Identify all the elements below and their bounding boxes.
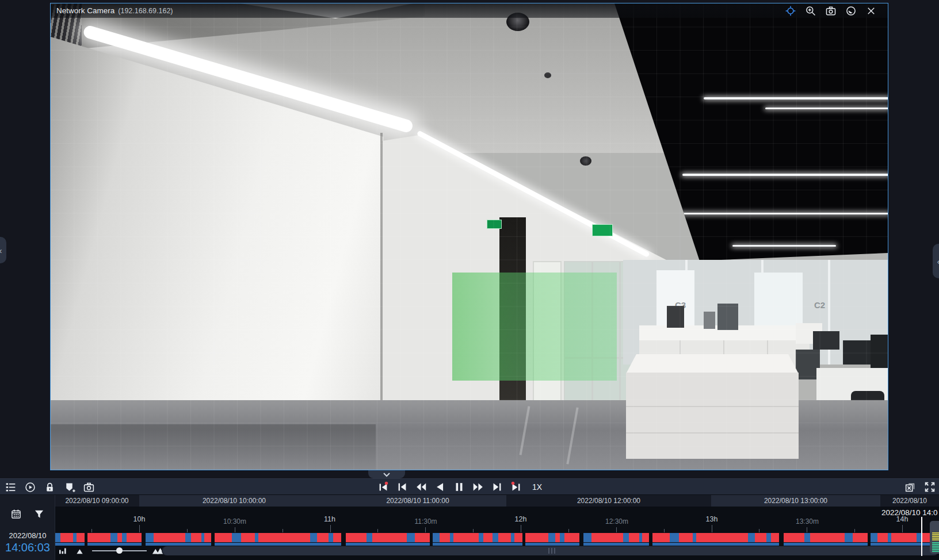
zoom-in-icon[interactable] — [804, 5, 817, 17]
continuous-recording-segment[interactable] — [548, 533, 555, 542]
continuous-recording-segment[interactable] — [433, 533, 440, 542]
motion-recording-segment[interactable] — [117, 533, 122, 542]
calendar-icon[interactable] — [10, 508, 22, 520]
instant-playback-icon[interactable] — [24, 481, 36, 493]
continuous-recording-segment[interactable] — [493, 533, 498, 542]
motion-recording-segment[interactable] — [514, 533, 522, 542]
motion-recording-segment[interactable] — [241, 533, 255, 542]
fullscreen-icon[interactable] — [923, 481, 936, 493]
continuous-recording-segment[interactable] — [560, 533, 564, 542]
motion-recording-segment[interactable] — [317, 533, 329, 542]
fisheye-icon[interactable] — [845, 5, 857, 17]
scrollbar-thumb[interactable] — [163, 546, 938, 555]
motion-recording-segment[interactable] — [810, 533, 845, 542]
close-icon[interactable] — [865, 5, 877, 17]
motion-recording-segment[interactable] — [191, 533, 201, 542]
motion-recording-segment[interactable] — [642, 533, 649, 542]
slider-knob[interactable] — [116, 547, 123, 554]
add-tag-icon[interactable] — [63, 481, 75, 493]
motion-recording-segment[interactable] — [127, 533, 142, 542]
continuous-recording-segment[interactable] — [310, 533, 317, 542]
motion-recording-segment[interactable] — [333, 533, 341, 542]
motion-recording-segment[interactable] — [453, 533, 479, 542]
lock-icon[interactable] — [43, 481, 56, 493]
timeline-hour-segment[interactable]: 2022/08/10 10:00:00 — [139, 495, 329, 507]
filter-icon[interactable] — [33, 508, 45, 520]
next-event-icon[interactable] — [510, 481, 522, 493]
motion-recording-segment[interactable] — [87, 533, 110, 542]
timeline-hour-segment[interactable]: 2022/08/10 12:00:00 — [506, 495, 711, 507]
motion-recording-segment[interactable] — [696, 533, 748, 542]
motion-recording-segment[interactable] — [372, 533, 407, 542]
snapshot-icon[interactable] — [82, 481, 95, 493]
motion-recording-segment[interactable] — [346, 533, 367, 542]
continuous-recording-segment[interactable] — [110, 533, 117, 542]
close-all-icon[interactable] — [904, 481, 917, 493]
playback-speed[interactable]: 1X — [532, 482, 542, 492]
fast-forward-icon[interactable] — [472, 481, 484, 493]
recording-track[interactable] — [55, 533, 939, 546]
right-panel-toggle[interactable]: ‹ — [933, 244, 939, 278]
continuous-recording-segment[interactable] — [766, 533, 771, 542]
motion-recording-segment[interactable] — [877, 533, 888, 542]
motion-recording-segment[interactable] — [755, 533, 766, 542]
motion-recording-segment[interactable] — [564, 533, 579, 542]
timeline-hour-segment[interactable]: 2022/08/10 11:00:00 — [329, 495, 506, 507]
play-backward-icon[interactable] — [434, 481, 446, 493]
continuous-recording-segment[interactable] — [367, 533, 372, 542]
motion-recording-segment[interactable] — [784, 533, 804, 542]
motion-recording-segment[interactable] — [440, 533, 450, 542]
zoom-out-icon[interactable] — [74, 544, 87, 557]
video-window[interactable]: C3 C2 Network Camera (1 — [50, 3, 888, 470]
next-frame-icon[interactable] — [491, 481, 503, 493]
motion-recording-segment[interactable] — [591, 533, 623, 542]
motion-recording-segment[interactable] — [652, 533, 670, 542]
continuous-recording-segment[interactable] — [917, 533, 921, 542]
continuous-recording-segment[interactable] — [232, 533, 241, 542]
continuous-recording-segment[interactable] — [804, 533, 810, 542]
motion-recording-segment[interactable] — [853, 533, 868, 542]
continuous-recording-segment[interactable] — [329, 533, 333, 542]
continuous-recording-segment[interactable] — [185, 533, 191, 542]
continuous-recording-segment[interactable] — [146, 533, 154, 542]
timeline-hour-segment[interactable]: 2022/08/10 13:00:00 — [711, 495, 880, 507]
pause-icon[interactable] — [453, 481, 465, 493]
continuous-recording-segment[interactable] — [583, 533, 591, 542]
motion-recording-segment[interactable] — [204, 533, 211, 542]
motion-recording-segment[interactable] — [525, 533, 548, 542]
motion-recording-segment[interactable] — [77, 533, 85, 542]
continuous-recording-segment[interactable] — [623, 533, 629, 542]
prev-event-icon[interactable] — [377, 481, 390, 493]
motion-recording-segment[interactable] — [679, 533, 693, 542]
toolbar-collapse-tab[interactable] — [368, 470, 405, 478]
continuous-recording-segment[interactable] — [871, 533, 877, 542]
bar-view-icon[interactable] — [56, 544, 69, 557]
motion-recording-segment[interactable] — [771, 533, 779, 542]
motion-recording-segment[interactable] — [215, 533, 232, 542]
timeline-scale-slider[interactable] — [92, 545, 147, 557]
continuous-recording-segment[interactable] — [670, 533, 679, 542]
motion-recording-segment[interactable] — [921, 533, 930, 542]
continuous-recording-segment[interactable] — [122, 533, 127, 542]
locate-icon[interactable] — [784, 5, 797, 17]
continuous-recording-segment[interactable] — [748, 533, 755, 542]
left-panel-toggle[interactable]: ‹ — [0, 237, 6, 263]
timeline-hour-segment[interactable]: 2022/08/10 — [880, 495, 939, 507]
motion-recording-segment[interactable] — [415, 533, 430, 542]
motion-recording-segment[interactable] — [891, 533, 917, 542]
timeline-hour-segment[interactable]: 2022/08/10 09:00:00 — [55, 495, 139, 507]
motion-recording-segment[interactable] — [258, 533, 310, 542]
continuous-recording-segment[interactable] — [407, 533, 415, 542]
snapshot-icon[interactable] — [825, 5, 837, 17]
playhead[interactable] — [921, 517, 922, 556]
motion-search-zone[interactable] — [452, 273, 617, 381]
motion-recording-segment[interactable] — [498, 533, 511, 542]
continuous-recording-segment[interactable] — [845, 533, 853, 542]
motion-recording-segment[interactable] — [555, 533, 560, 542]
event-list-icon[interactable] — [4, 481, 17, 493]
rewind-icon[interactable] — [415, 481, 427, 493]
motion-recording-segment[interactable] — [629, 533, 639, 542]
continuous-recording-segment[interactable] — [55, 533, 60, 542]
motion-recording-segment[interactable] — [483, 533, 493, 542]
prev-frame-icon[interactable] — [396, 481, 409, 493]
